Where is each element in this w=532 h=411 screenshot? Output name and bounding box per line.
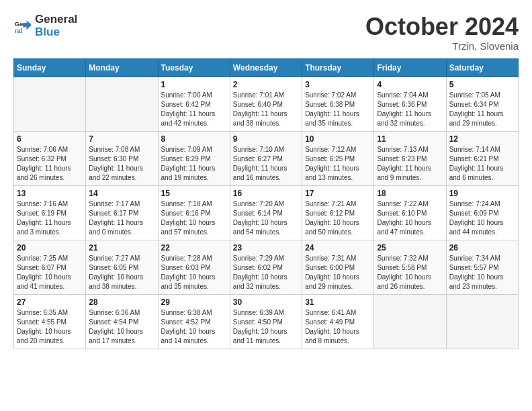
cell-day-number: 1 [161, 80, 227, 89]
calendar-cell: 11Sunrise: 7:13 AM Sunset: 6:23 PM Dayli… [374, 131, 446, 185]
calendar-week-row: 6Sunrise: 7:06 AM Sunset: 6:32 PM Daylig… [14, 131, 519, 185]
cell-info-text: Sunrise: 7:01 AM Sunset: 6:40 PM Dayligh… [233, 91, 299, 128]
calendar-cell: 17Sunrise: 7:21 AM Sunset: 6:12 PM Dayli… [302, 185, 374, 240]
cell-info-text: Sunrise: 7:28 AM Sunset: 6:03 PM Dayligh… [161, 254, 227, 291]
calendar-cell [14, 77, 86, 131]
cell-info-text: Sunrise: 7:12 AM Sunset: 6:25 PM Dayligh… [305, 145, 371, 183]
calendar-cell: 15Sunrise: 7:18 AM Sunset: 6:16 PM Dayli… [158, 185, 230, 240]
calendar-week-row: 1Sunrise: 7:00 AM Sunset: 6:42 PM Daylig… [14, 77, 519, 131]
cell-day-number: 13 [17, 189, 83, 198]
calendar-cell: 28Sunrise: 6:36 AM Sunset: 4:54 PM Dayli… [86, 294, 158, 349]
calendar-day-header: Sunday [14, 58, 86, 77]
cell-day-number: 27 [17, 298, 83, 307]
cell-info-text: Sunrise: 7:06 AM Sunset: 6:32 PM Dayligh… [17, 145, 83, 183]
cell-day-number: 16 [233, 189, 299, 198]
logo: Gene ral General Blue [13, 13, 77, 38]
cell-info-text: Sunrise: 6:36 AM Sunset: 4:54 PM Dayligh… [89, 308, 154, 346]
calendar-cell: 26Sunrise: 7:34 AM Sunset: 5:57 PM Dayli… [446, 240, 518, 294]
cell-day-number: 26 [449, 243, 515, 253]
cell-info-text: Sunrise: 7:29 AM Sunset: 6:02 PM Dayligh… [233, 254, 299, 291]
calendar-cell: 27Sunrise: 6:35 AM Sunset: 4:55 PM Dayli… [14, 294, 86, 349]
calendar-day-header: Monday [86, 58, 158, 77]
cell-day-number: 28 [89, 298, 154, 307]
cell-info-text: Sunrise: 6:38 AM Sunset: 4:52 PM Dayligh… [161, 308, 227, 346]
cell-info-text: Sunrise: 7:02 AM Sunset: 6:38 PM Dayligh… [305, 91, 371, 128]
cell-day-number: 14 [89, 189, 154, 198]
cell-info-text: Sunrise: 7:21 AM Sunset: 6:12 PM Dayligh… [305, 199, 371, 237]
cell-day-number: 9 [233, 134, 299, 144]
calendar-cell: 30Sunrise: 6:39 AM Sunset: 4:50 PM Dayli… [230, 294, 302, 349]
location-subtitle: Trzin, Slovenia [365, 40, 519, 52]
cell-day-number: 15 [161, 189, 227, 198]
calendar-week-row: 13Sunrise: 7:16 AM Sunset: 6:19 PM Dayli… [14, 185, 519, 240]
cell-info-text: Sunrise: 7:34 AM Sunset: 5:57 PM Dayligh… [449, 254, 515, 291]
cell-day-number: 5 [449, 80, 515, 89]
cell-day-number: 6 [17, 134, 83, 144]
calendar-cell: 16Sunrise: 7:20 AM Sunset: 6:14 PM Dayli… [230, 185, 302, 240]
cell-info-text: Sunrise: 7:00 AM Sunset: 6:42 PM Dayligh… [161, 91, 227, 128]
calendar-cell: 29Sunrise: 6:38 AM Sunset: 4:52 PM Dayli… [158, 294, 230, 349]
svg-text:ral: ral [14, 26, 22, 34]
cell-info-text: Sunrise: 7:05 AM Sunset: 6:34 PM Dayligh… [449, 91, 515, 128]
calendar-cell: 24Sunrise: 7:31 AM Sunset: 6:00 PM Dayli… [302, 240, 374, 294]
calendar-cell: 20Sunrise: 7:25 AM Sunset: 6:07 PM Dayli… [14, 240, 86, 294]
calendar-cell: 21Sunrise: 7:27 AM Sunset: 6:05 PM Dayli… [86, 240, 158, 294]
cell-info-text: Sunrise: 7:22 AM Sunset: 6:10 PM Dayligh… [377, 199, 443, 237]
calendar-cell: 3Sunrise: 7:02 AM Sunset: 6:38 PM Daylig… [302, 77, 374, 131]
calendar-cell: 8Sunrise: 7:09 AM Sunset: 6:29 PM Daylig… [158, 131, 230, 185]
cell-info-text: Sunrise: 7:27 AM Sunset: 6:05 PM Dayligh… [89, 254, 154, 291]
calendar-cell: 7Sunrise: 7:08 AM Sunset: 6:30 PM Daylig… [86, 131, 158, 185]
cell-info-text: Sunrise: 7:31 AM Sunset: 6:00 PM Dayligh… [305, 254, 371, 291]
calendar-day-header: Friday [374, 58, 446, 77]
calendar-cell: 23Sunrise: 7:29 AM Sunset: 6:02 PM Dayli… [230, 240, 302, 294]
cell-info-text: Sunrise: 7:14 AM Sunset: 6:21 PM Dayligh… [449, 145, 515, 183]
calendar-cell: 12Sunrise: 7:14 AM Sunset: 6:21 PM Dayli… [446, 131, 518, 185]
cell-day-number: 30 [233, 298, 299, 307]
cell-day-number: 17 [305, 189, 371, 198]
cell-day-number: 8 [161, 134, 227, 144]
page-header: Gene ral General Blue October 2024 Trzin… [13, 13, 519, 52]
cell-day-number: 12 [449, 134, 515, 144]
cell-info-text: Sunrise: 7:09 AM Sunset: 6:29 PM Dayligh… [161, 145, 227, 183]
cell-day-number: 19 [449, 189, 515, 198]
calendar-cell: 18Sunrise: 7:22 AM Sunset: 6:10 PM Dayli… [374, 185, 446, 240]
calendar-week-row: 27Sunrise: 6:35 AM Sunset: 4:55 PM Dayli… [14, 294, 519, 349]
cell-info-text: Sunrise: 6:39 AM Sunset: 4:50 PM Dayligh… [233, 308, 299, 346]
cell-day-number: 3 [305, 80, 371, 89]
cell-day-number: 7 [89, 134, 154, 144]
cell-info-text: Sunrise: 6:41 AM Sunset: 4:49 PM Dayligh… [305, 308, 371, 346]
cell-info-text: Sunrise: 7:08 AM Sunset: 6:30 PM Dayligh… [89, 145, 154, 183]
cell-day-number: 4 [377, 80, 443, 89]
calendar-cell [86, 77, 158, 131]
calendar-cell [374, 294, 446, 349]
cell-info-text: Sunrise: 7:10 AM Sunset: 6:27 PM Dayligh… [233, 145, 299, 183]
cell-info-text: Sunrise: 7:16 AM Sunset: 6:19 PM Dayligh… [17, 199, 83, 237]
cell-info-text: Sunrise: 7:25 AM Sunset: 6:07 PM Dayligh… [17, 254, 83, 291]
cell-info-text: Sunrise: 7:24 AM Sunset: 6:09 PM Dayligh… [449, 199, 515, 237]
cell-info-text: Sunrise: 7:13 AM Sunset: 6:23 PM Dayligh… [377, 145, 443, 183]
cell-info-text: Sunrise: 7:17 AM Sunset: 6:17 PM Dayligh… [89, 199, 154, 237]
cell-day-number: 22 [161, 243, 227, 253]
month-title: October 2024 [365, 13, 519, 40]
calendar-cell [446, 294, 518, 349]
cell-day-number: 20 [17, 243, 83, 253]
cell-info-text: Sunrise: 7:18 AM Sunset: 6:16 PM Dayligh… [161, 199, 227, 237]
cell-day-number: 31 [305, 298, 371, 307]
calendar-cell: 14Sunrise: 7:17 AM Sunset: 6:17 PM Dayli… [86, 185, 158, 240]
cell-day-number: 11 [377, 134, 443, 144]
calendar-table: SundayMondayTuesdayWednesdayThursdayFrid… [13, 58, 519, 349]
logo-general: General [35, 13, 77, 26]
cell-info-text: Sunrise: 7:04 AM Sunset: 6:36 PM Dayligh… [377, 91, 443, 128]
calendar-header-row: SundayMondayTuesdayWednesdayThursdayFrid… [14, 58, 519, 77]
logo-blue: Blue [35, 26, 77, 39]
calendar-cell: 9Sunrise: 7:10 AM Sunset: 6:27 PM Daylig… [230, 131, 302, 185]
cell-day-number: 21 [89, 243, 154, 253]
cell-day-number: 24 [305, 243, 371, 253]
cell-info-text: Sunrise: 7:32 AM Sunset: 5:58 PM Dayligh… [377, 254, 443, 291]
cell-day-number: 29 [161, 298, 227, 307]
calendar-cell: 25Sunrise: 7:32 AM Sunset: 5:58 PM Dayli… [374, 240, 446, 294]
calendar-day-header: Thursday [302, 58, 374, 77]
cell-day-number: 25 [377, 243, 443, 253]
cell-info-text: Sunrise: 7:20 AM Sunset: 6:14 PM Dayligh… [233, 199, 299, 237]
cell-day-number: 18 [377, 189, 443, 198]
